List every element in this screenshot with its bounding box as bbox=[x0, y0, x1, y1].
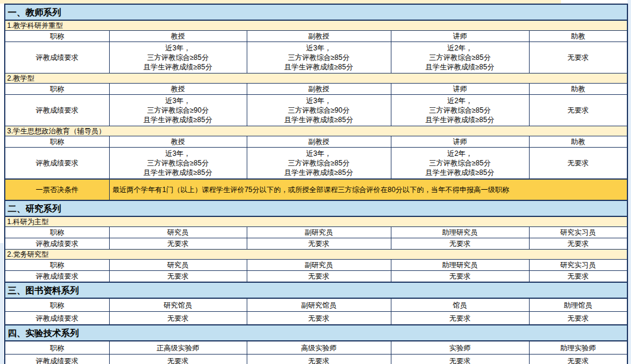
row-label-cell: 评教成绩要求 bbox=[5, 312, 109, 325]
table-row: 职称 研究馆员 副研究馆员 馆员 助理馆员 bbox=[5, 298, 627, 312]
col-header-cell: 助教 bbox=[529, 136, 627, 148]
row-label-cell: 评教成绩要求 bbox=[5, 42, 109, 74]
requirement-cell: 近2年， 三方评教综合≥85分 且学生评教成绩≥85分 bbox=[391, 95, 529, 126]
section-title-library: 三、图书资料系列 bbox=[5, 282, 627, 298]
requirement-cell: 无要求 bbox=[529, 95, 627, 126]
requirement-cell: 无要求 bbox=[529, 148, 627, 180]
table-row: 3.学生思想政治教育（辅导员） bbox=[5, 126, 627, 136]
requirement-cell: 近3年， 三方评教综合≥85分 且学生评教成绩≥85分 bbox=[109, 148, 247, 180]
requirement-cell: 无要求 bbox=[247, 238, 391, 250]
col-header-cell: 副研究员 bbox=[247, 227, 391, 238]
requirement-cell: 无要求 bbox=[529, 312, 627, 325]
veto-row: 一票否决条件 最近两个学年有1门（以上）课程学生评价75分以下的，或所授全部课程… bbox=[5, 179, 627, 200]
col-header-cell: 助理研究员 bbox=[391, 227, 529, 238]
col-header-cell: 副教授 bbox=[247, 84, 391, 95]
outside-left-strip bbox=[0, 243, 4, 359]
table-row: 评教成绩要求 近3年， 三方评教综合≥90分 且学生评教成绩≥85分 近3年， … bbox=[5, 95, 627, 126]
requirement-cell: 无要求 bbox=[391, 271, 529, 283]
requirement-cell: 无要求 bbox=[529, 355, 627, 364]
table-row: 1.教学科研并重型 bbox=[5, 20, 627, 31]
col-header-cell: 副研究员 bbox=[247, 260, 391, 271]
subsection-label: 1.科研为主型 bbox=[5, 216, 627, 227]
section-title-lab: 四、实验技术系列 bbox=[5, 325, 627, 341]
section-title-teacher: 一、教师系列 bbox=[5, 4, 627, 20]
col-header-cell: 馆员 bbox=[391, 298, 529, 312]
row-label-cell: 职称 bbox=[5, 31, 109, 42]
table-row: 职称 研究员 副研究员 助理研究员 研究实习员 bbox=[5, 260, 627, 271]
requirement-cell: 近3年， 三方评教综合≥85分 且学生评教成绩≥85分 bbox=[109, 42, 247, 74]
row-label-cell: 评教成绩要求 bbox=[5, 148, 109, 180]
table-row: 评教成绩要求 无要求 无要求 无要求 无要求 bbox=[5, 238, 627, 250]
table-row: 2.教学型 bbox=[5, 74, 627, 84]
col-header-cell: 助理研究员 bbox=[391, 260, 529, 271]
table-row: 评教成绩要求 近3年， 三方评教综合≥85分 且学生评教成绩≥85分 近3年， … bbox=[5, 42, 627, 74]
requirement-cell: 无要求 bbox=[529, 238, 627, 250]
table-row: 一、教师系列 bbox=[5, 4, 627, 20]
col-header-cell: 讲师 bbox=[391, 136, 529, 148]
requirement-cell: 无要求 bbox=[391, 238, 529, 250]
requirement-cell: 无要求 bbox=[109, 355, 247, 364]
col-header-cell: 副教授 bbox=[247, 136, 391, 148]
subsection-label: 2.党务研究型 bbox=[5, 250, 627, 260]
section-title-research: 二、研究系列 bbox=[5, 200, 627, 216]
col-header-cell: 助理实验师 bbox=[529, 341, 627, 355]
subsection-label: 3.学生思想政治教育（辅导员） bbox=[5, 126, 627, 136]
requirement-cell: 无要求 bbox=[109, 312, 247, 325]
col-header-cell: 副研究馆员 bbox=[247, 298, 391, 312]
requirement-cell: 近2年， 三方评教综合≥85分 且学生评教成绩≥85分 bbox=[391, 148, 529, 180]
requirement-cell: 近3年， 三方评教综合≥85分 且学生评教成绩≥85分 bbox=[247, 42, 391, 74]
table-row: 四、实验技术系列 bbox=[5, 325, 627, 341]
row-label-cell: 职称 bbox=[5, 84, 109, 95]
requirement-cell: 无要求 bbox=[109, 271, 247, 283]
table-row: 职称 教授 副教授 讲师 助教 bbox=[5, 31, 627, 42]
col-header-cell: 研究员 bbox=[109, 260, 247, 271]
requirement-cell: 近3年， 三方评教综合≥85分 且学生评教成绩≥85分 bbox=[247, 148, 391, 180]
table-row: 职称 教授 副教授 讲师 助教 bbox=[5, 136, 627, 148]
veto-text-cell: 最近两个学年有1门（以上）课程学生评价75分以下的，或所授全部课程三方综合评价在… bbox=[109, 179, 627, 200]
table-row: 评教成绩要求 无要求 无要求 无要求 无要求 bbox=[5, 271, 627, 283]
table-row: 评教成绩要求 无要求 无要求 无要求 无要求 bbox=[5, 355, 627, 364]
requirement-cell: 无要求 bbox=[247, 271, 391, 283]
col-header-cell: 助教 bbox=[529, 84, 627, 95]
col-header-cell: 研究馆员 bbox=[109, 298, 247, 312]
table-row: 2.党务研究型 bbox=[5, 250, 627, 260]
row-label-cell: 评教成绩要求 bbox=[5, 238, 109, 250]
requirement-cell: 无要求 bbox=[109, 238, 247, 250]
table-row: 职称 研究员 副研究员 助理研究员 研究实习员 bbox=[5, 227, 627, 238]
col-header-cell: 研究实习员 bbox=[529, 227, 627, 238]
table-row: 职称 教授 副教授 讲师 助教 bbox=[5, 84, 627, 95]
table-row: 1.科研为主型 bbox=[5, 216, 627, 227]
row-label-cell: 职称 bbox=[5, 298, 109, 312]
row-label-cell: 职称 bbox=[5, 227, 109, 238]
row-label-cell: 职称 bbox=[5, 341, 109, 355]
row-label-cell: 评教成绩要求 bbox=[5, 95, 109, 126]
col-header-cell: 助理馆员 bbox=[529, 298, 627, 312]
requirement-cell: 近2年， 三方评教综合≥85分 且学生评教成绩≥85分 bbox=[391, 42, 529, 74]
col-header-cell: 讲师 bbox=[391, 84, 529, 95]
col-header-cell: 讲师 bbox=[391, 31, 529, 42]
row-label-cell: 职称 bbox=[5, 136, 109, 148]
requirement-cell: 无要求 bbox=[391, 355, 529, 364]
requirement-cell: 无要求 bbox=[247, 312, 391, 325]
col-header-cell: 教授 bbox=[109, 31, 247, 42]
col-header-cell: 高级实验师 bbox=[247, 341, 391, 355]
row-label-cell: 职称 bbox=[5, 260, 109, 271]
requirement-cell: 无要求 bbox=[529, 42, 627, 74]
table-row: 评教成绩要求 无要求 无要求 无要求 无要求 bbox=[5, 312, 627, 325]
col-header-cell: 研究实习员 bbox=[529, 260, 627, 271]
veto-label-cell: 一票否决条件 bbox=[5, 179, 109, 200]
table-row: 评教成绩要求 近3年， 三方评教综合≥85分 且学生评教成绩≥85分 近3年， … bbox=[5, 148, 627, 180]
col-header-cell: 助教 bbox=[529, 31, 627, 42]
subsection-label: 1.教学科研并重型 bbox=[5, 20, 627, 31]
row-label-cell: 评教成绩要求 bbox=[5, 271, 109, 283]
row-label-cell: 评教成绩要求 bbox=[5, 355, 109, 364]
requirement-cell: 近3年， 三方评教综合≥90分 且学生评教成绩≥85分 bbox=[109, 95, 247, 126]
requirement-cell: 无要求 bbox=[529, 271, 627, 283]
table-row: 职称 正高级实验师 高级实验师 实验师 助理实验师 bbox=[5, 341, 627, 355]
subsection-label: 2.教学型 bbox=[5, 74, 627, 84]
requirement-cell: 无要求 bbox=[247, 355, 391, 364]
col-header-cell: 研究员 bbox=[109, 227, 247, 238]
col-header-cell: 教授 bbox=[109, 136, 247, 148]
col-header-cell: 实验师 bbox=[391, 341, 529, 355]
table-row: 三、图书资料系列 bbox=[5, 282, 627, 298]
